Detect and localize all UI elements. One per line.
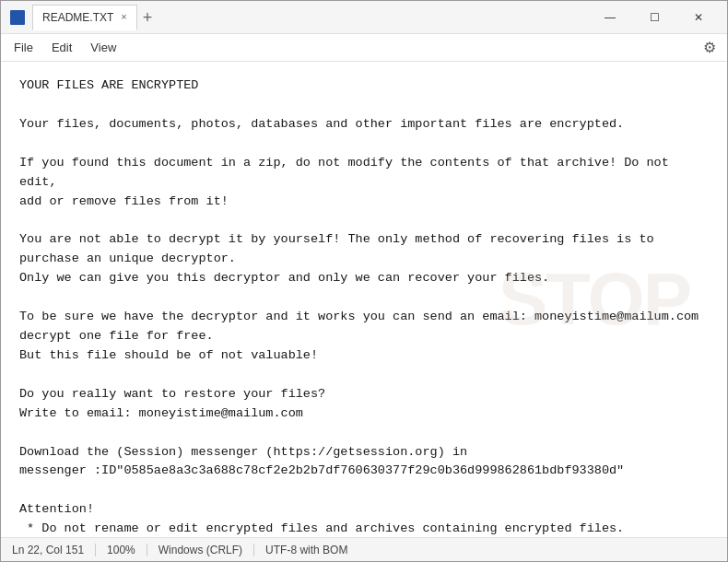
- svg-rect-2: [12, 17, 23, 18]
- menu-view[interactable]: View: [81, 37, 125, 58]
- content-area[interactable]: STOP YOUR FILES ARE ENCRYPTED Your files…: [1, 62, 727, 537]
- svg-rect-1: [12, 14, 23, 16]
- menu-edit[interactable]: Edit: [42, 37, 81, 58]
- window-controls: — ☐ ✕: [589, 3, 720, 32]
- settings-icon[interactable]: ⚙: [696, 35, 723, 60]
- tab-area: README.TXT × +: [32, 5, 589, 30]
- maximize-button[interactable]: ☐: [633, 3, 675, 32]
- tab-close-button[interactable]: ×: [121, 12, 126, 22]
- new-tab-button[interactable]: +: [143, 9, 153, 26]
- menu-bar: File Edit View ⚙: [1, 34, 727, 62]
- title-bar: README.TXT × + — ☐ ✕: [1, 1, 727, 34]
- cursor-position: Ln 22, Col 151: [12, 544, 96, 556]
- minimize-button[interactable]: —: [589, 3, 631, 32]
- line-ending: Windows (CRLF): [147, 544, 254, 556]
- menu-file[interactable]: File: [5, 37, 42, 58]
- svg-rect-3: [12, 19, 19, 21]
- tab-title: README.TXT: [42, 11, 113, 24]
- active-tab[interactable]: README.TXT ×: [32, 5, 137, 30]
- status-bar: Ln 22, Col 151 100% Windows (CRLF) UTF-8…: [1, 537, 727, 561]
- main-window: README.TXT × + — ☐ ✕ File Edit View ⚙ ST…: [0, 0, 728, 562]
- app-icon: [8, 8, 27, 27]
- text-editor[interactable]: YOUR FILES ARE ENCRYPTED Your files, doc…: [1, 62, 727, 537]
- zoom-level: 100%: [96, 544, 147, 556]
- encoding: UTF-8 with BOM: [254, 544, 358, 556]
- close-button[interactable]: ✕: [677, 3, 720, 32]
